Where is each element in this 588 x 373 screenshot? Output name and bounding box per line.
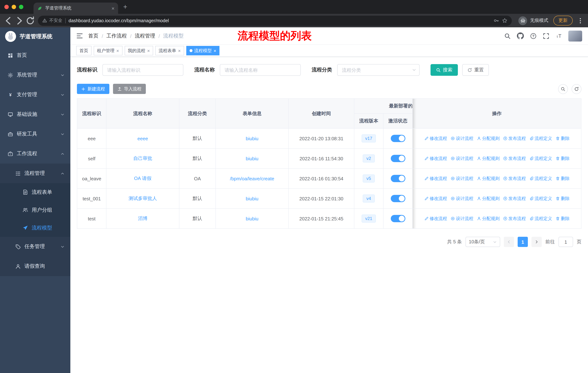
filter-category-select[interactable] [337,64,420,76]
action-edit-link[interactable]: 修改流程 [424,215,447,222]
current-page[interactable]: 1 [518,237,528,247]
active-status-toggle[interactable] [391,135,405,142]
filter-name-input[interactable] [220,64,301,76]
action-delete-link[interactable]: 删除 [555,195,570,202]
back-icon[interactable] [4,16,13,25]
action-definition-link[interactable]: 流程定义 [529,135,552,141]
process-name-link[interactable]: 滔博 [138,216,147,221]
fullscreen-icon[interactable] [543,33,549,39]
window-zoom-button[interactable] [19,5,23,9]
sidebar-item-user-group[interactable]: 用户分组 [0,201,70,219]
form-info-link[interactable]: biubiu [246,136,258,141]
action-publish-link[interactable]: 发布流程 [503,215,526,222]
goto-page-input[interactable] [558,237,573,247]
active-status-toggle[interactable] [391,175,405,182]
sidebar-item-home[interactable]: 首页 [0,46,70,65]
window-minimize-button[interactable] [12,5,16,9]
url-bar[interactable]: 不安全 dashboard.yudao.iocoder.cn/bpm/manag… [38,15,512,26]
tag-my-process[interactable]: 我的流程 × [125,46,153,55]
form-info-link[interactable]: /bpm/oa/leave/create [230,176,274,181]
action-definition-link[interactable]: 流程定义 [529,175,552,181]
new-tab-button[interactable]: + [123,3,127,11]
action-design-link[interactable]: 设计流程 [450,135,473,141]
active-status-toggle[interactable] [391,195,405,202]
active-status-toggle[interactable] [391,215,405,222]
password-key-icon[interactable] [494,18,499,23]
tab-close-icon[interactable]: × [112,6,115,11]
sidebar-item-devtools[interactable]: 研发工具 [0,124,70,144]
action-edit-link[interactable]: 修改流程 [424,135,447,141]
reset-button[interactable]: 重置 [462,64,489,76]
search-button[interactable]: 搜索 [430,64,458,76]
process-name-link[interactable]: 测试多审批人 [128,196,157,201]
sidebar-item-process-manage[interactable]: 流程管理 [0,163,70,183]
action-publish-link[interactable]: 发布流程 [503,135,526,141]
github-icon[interactable] [517,32,524,39]
action-definition-link[interactable]: 流程定义 [529,215,552,222]
breadcrumb-process-manage[interactable]: 流程管理 [135,33,155,39]
sidebar-item-task-manage[interactable]: 任务管理 [0,237,70,256]
action-assign-rule-link[interactable]: 分配规则 [477,215,500,222]
page-size-select[interactable]: 10条/页 [465,237,500,247]
action-publish-link[interactable]: 发布流程 [503,155,526,161]
forward-icon[interactable] [15,16,24,25]
action-assign-rule-link[interactable]: 分配规则 [477,135,500,141]
sidebar-item-payment[interactable]: ¥支付管理 [0,85,70,105]
action-assign-rule-link[interactable]: 分配规则 [477,175,500,181]
browser-tab[interactable]: 芋道管理系统 × [33,2,118,14]
breadcrumb-home[interactable]: 首页 [88,33,98,39]
action-edit-link[interactable]: 修改流程 [424,195,447,202]
app-logo[interactable]: 芋道管理系统 [0,27,70,46]
tag-close-icon[interactable]: × [178,48,181,53]
form-info-link[interactable]: biubiu [246,216,258,221]
tag-close-icon[interactable]: × [147,48,150,53]
tag-tenant-manage[interactable]: 租户管理 × [94,46,122,55]
user-avatar[interactable] [568,30,582,41]
process-name-link[interactable]: OA 请假 [134,176,151,181]
action-edit-link[interactable]: 修改流程 [424,175,447,181]
sidebar-item-process-model[interactable]: 流程模型 [0,219,70,237]
active-status-toggle[interactable] [391,155,405,162]
font-size-icon[interactable]: tT [556,33,562,39]
bookmark-star-icon[interactable] [502,18,507,23]
form-info-link[interactable]: biubiu [246,156,258,161]
action-assign-rule-link[interactable]: 分配规则 [477,155,500,161]
browser-update-button[interactable]: 更新 [553,16,573,26]
browser-menu-icon[interactable] [577,17,584,24]
create-process-button[interactable]: 新建流程 [77,84,109,94]
action-publish-link[interactable]: 发布流程 [503,195,526,202]
action-design-link[interactable]: 设计流程 [450,195,473,202]
action-delete-link[interactable]: 删除 [555,135,570,141]
filter-id-input[interactable] [102,64,183,76]
help-icon[interactable]: ? [530,33,537,39]
action-design-link[interactable]: 设计流程 [450,175,473,181]
tag-close-icon[interactable]: × [116,48,119,53]
sidebar-item-leave-query[interactable]: 请假查询 [0,256,70,276]
action-delete-link[interactable]: 删除 [555,175,570,181]
tag-process-model[interactable]: 流程模型 × [186,46,220,55]
sidebar-item-infrastructure[interactable]: 基础设施 [0,105,70,124]
import-process-button[interactable]: 导入流程 [113,84,146,94]
sidebar-item-process-form[interactable]: 流程表单 [0,183,70,201]
header-search-icon[interactable] [504,33,511,39]
sidebar-item-system[interactable]: 系统管理 [0,65,70,85]
tag-close-icon[interactable]: × [214,48,216,53]
action-publish-link[interactable]: 发布流程 [503,175,526,181]
incognito-avatar[interactable] [518,16,527,25]
security-chip[interactable]: 不安全 [42,18,62,24]
sidebar-item-workflow[interactable]: 工作流程 [0,144,70,163]
window-close-button[interactable] [4,5,9,9]
toggle-search-button[interactable] [558,84,568,94]
action-delete-link[interactable]: 删除 [555,155,570,161]
process-name-link[interactable]: 自己审批 [133,156,152,161]
next-page-button[interactable] [532,237,542,247]
action-design-link[interactable]: 设计流程 [450,155,473,161]
reload-icon[interactable] [26,16,35,25]
prev-page-button[interactable] [504,237,514,247]
action-definition-link[interactable]: 流程定义 [529,155,552,161]
breadcrumb-workflow[interactable]: 工作流程 [106,33,127,39]
action-delete-link[interactable]: 删除 [555,215,570,222]
form-info-link[interactable]: biubiu [246,196,258,201]
action-edit-link[interactable]: 修改流程 [424,155,447,161]
action-design-link[interactable]: 设计流程 [450,215,473,222]
